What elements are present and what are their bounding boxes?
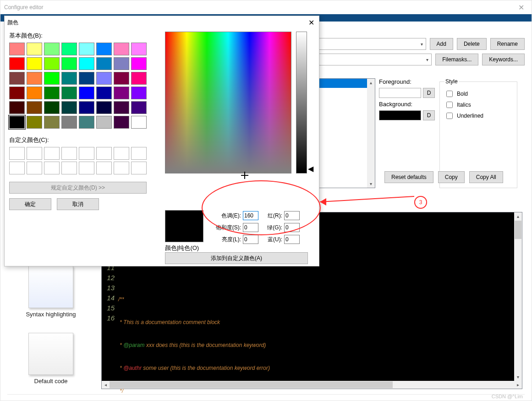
basic-swatch[interactable] xyxy=(61,87,77,99)
basic-swatch[interactable] xyxy=(96,43,112,55)
define-custom-button[interactable]: 规定自定义颜色(D) >> xyxy=(9,182,147,194)
filetype-combo[interactable]: ▾ xyxy=(317,54,432,65)
delete-button[interactable]: Delete xyxy=(457,38,487,50)
slider-arrow-icon[interactable]: ◀ xyxy=(308,164,313,173)
main-close-button[interactable]: ✕ xyxy=(510,0,532,14)
list-item[interactable] xyxy=(317,79,375,88)
custom-swatch[interactable] xyxy=(131,162,147,174)
basic-swatch[interactable] xyxy=(114,43,129,55)
copy-all-button[interactable]: Copy All xyxy=(469,171,503,183)
copy-button[interactable]: Copy xyxy=(438,171,465,183)
basic-swatch[interactable] xyxy=(131,57,147,70)
basic-swatch[interactable] xyxy=(114,116,129,129)
basic-swatch[interactable] xyxy=(61,43,77,55)
basic-swatch[interactable] xyxy=(44,43,60,55)
custom-swatch[interactable] xyxy=(79,147,94,160)
custom-swatch[interactable] xyxy=(9,147,25,160)
luminance-slider[interactable] xyxy=(296,32,307,173)
custom-swatch[interactable] xyxy=(27,162,42,174)
basic-swatch[interactable] xyxy=(9,87,25,99)
color-dialog-close-button[interactable]: ✕ xyxy=(303,16,319,29)
filemasks-button[interactable]: Filemasks... xyxy=(435,54,478,65)
add-custom-color-button[interactable]: 添加到自定义颜色(A) xyxy=(165,252,308,264)
basic-swatch[interactable] xyxy=(131,72,147,85)
scrollbar[interactable]: ▴ ▾ xyxy=(367,79,375,188)
custom-swatch[interactable] xyxy=(27,147,42,160)
basic-swatch[interactable] xyxy=(114,72,129,85)
scroll-right-icon[interactable]: ▸ xyxy=(514,381,522,389)
scroll-down-icon[interactable]: ▾ xyxy=(514,373,522,381)
scrollbar-thumb[interactable] xyxy=(515,221,521,239)
scroll-down-icon[interactable]: ▾ xyxy=(367,180,375,188)
basic-swatch[interactable] xyxy=(27,57,42,70)
basic-swatch[interactable] xyxy=(96,87,112,99)
basic-swatch[interactable] xyxy=(79,57,94,70)
keywords-button[interactable]: Keywords... xyxy=(482,54,525,65)
custom-swatch[interactable] xyxy=(61,147,77,160)
basic-swatch[interactable] xyxy=(27,116,42,129)
hue-input[interactable] xyxy=(243,211,258,220)
underlined-checkbox[interactable] xyxy=(446,113,453,119)
basic-swatch[interactable] xyxy=(27,72,42,85)
basic-swatch[interactable] xyxy=(27,43,42,55)
custom-swatch[interactable] xyxy=(44,162,60,174)
custom-swatch[interactable] xyxy=(96,162,112,174)
lum-input[interactable] xyxy=(243,235,258,244)
basic-swatch[interactable] xyxy=(79,116,94,129)
scrollbar-vertical[interactable]: ▴ ▾ xyxy=(514,212,522,381)
basic-swatch[interactable] xyxy=(96,72,112,85)
basic-swatch[interactable] xyxy=(114,87,129,99)
scrollbar-thumb[interactable] xyxy=(110,381,393,388)
foreground-swatch[interactable] xyxy=(379,88,421,98)
rename-button[interactable]: Rename xyxy=(490,38,525,50)
scroll-up-icon[interactable]: ▴ xyxy=(514,212,522,220)
cancel-button[interactable]: 取消 xyxy=(57,198,99,210)
reset-defaults-button[interactable]: Reset defaults xyxy=(384,171,433,183)
blue-input[interactable] xyxy=(284,235,300,244)
basic-swatch[interactable] xyxy=(27,87,42,99)
basic-swatch[interactable] xyxy=(79,43,94,55)
custom-swatch[interactable] xyxy=(9,162,25,174)
basic-swatch[interactable] xyxy=(61,57,77,70)
custom-swatch[interactable] xyxy=(131,147,147,160)
basic-swatch[interactable] xyxy=(9,43,25,55)
basic-swatch[interactable] xyxy=(96,57,112,70)
basic-swatch[interactable] xyxy=(114,101,129,114)
basic-swatch[interactable] xyxy=(9,101,25,114)
language-combo[interactable]: ▾ xyxy=(317,38,426,50)
scrollbar-horizontal[interactable]: ◂ ▸ xyxy=(102,381,522,389)
custom-swatch[interactable] xyxy=(44,147,60,160)
basic-swatch[interactable] xyxy=(44,116,60,129)
background-default-button[interactable]: D xyxy=(423,110,435,120)
italics-checkbox[interactable] xyxy=(446,102,453,108)
basic-swatch[interactable] xyxy=(44,87,60,99)
basic-swatch[interactable] xyxy=(131,101,147,114)
basic-swatch[interactable] xyxy=(61,72,77,85)
basic-swatch[interactable] xyxy=(27,101,42,114)
basic-swatch[interactable] xyxy=(96,116,112,129)
foreground-default-button[interactable]: D xyxy=(423,88,435,98)
basic-swatch[interactable] xyxy=(114,57,129,70)
bold-checkbox[interactable] xyxy=(446,91,453,97)
custom-swatch[interactable] xyxy=(96,147,112,160)
basic-swatch[interactable] xyxy=(131,116,147,129)
sidebar-item-defaultcode[interactable]: Default code xyxy=(14,333,88,385)
style-listbox[interactable]: ▴ ▾ xyxy=(317,78,375,188)
basic-swatch[interactable] xyxy=(61,116,77,129)
sat-input[interactable] xyxy=(243,223,258,232)
basic-swatch[interactable] xyxy=(79,87,94,99)
basic-swatch[interactable] xyxy=(131,43,147,55)
basic-swatch[interactable] xyxy=(61,101,77,114)
scroll-left-icon[interactable]: ◂ xyxy=(102,381,110,389)
basic-swatch[interactable] xyxy=(131,87,147,99)
background-swatch[interactable] xyxy=(379,110,421,120)
red-input[interactable] xyxy=(284,211,300,220)
custom-swatch[interactable] xyxy=(79,162,94,174)
scroll-up-icon[interactable]: ▴ xyxy=(367,79,375,87)
basic-swatch[interactable] xyxy=(44,57,60,70)
add-button[interactable]: Add xyxy=(430,38,453,50)
basic-swatch[interactable] xyxy=(79,101,94,114)
basic-swatch[interactable] xyxy=(96,101,112,114)
basic-swatch[interactable] xyxy=(79,72,94,85)
sidebar-item-syntax[interactable]: Syntax highlighting xyxy=(14,266,88,318)
